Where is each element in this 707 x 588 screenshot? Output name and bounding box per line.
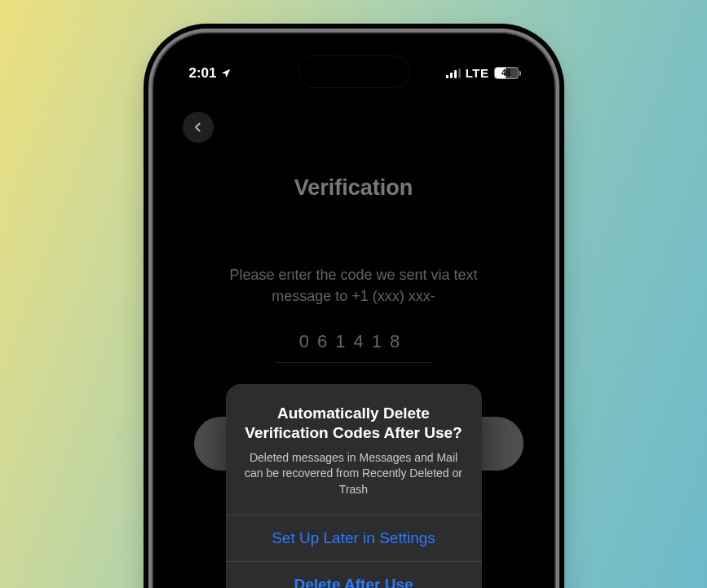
- delete-after-use-button[interactable]: Delete After Use: [226, 562, 482, 588]
- alert-sheet: Automatically Delete Verification Codes …: [226, 384, 482, 589]
- alert-header: Automatically Delete Verification Codes …: [226, 384, 482, 515]
- alert-title: Automatically Delete Verification Codes …: [244, 404, 464, 444]
- instruction-text: Please enter the code we sent via text m…: [194, 264, 514, 307]
- alert-subtitle: Deleted messages in Messages and Mail ca…: [244, 450, 464, 498]
- screen: 2:01 LTE 48 Verification: [165, 45, 543, 589]
- chevron-left-icon: [192, 122, 204, 133]
- set-up-later-button[interactable]: Set Up Later in Settings: [226, 515, 482, 561]
- dynamic-island: [298, 56, 409, 87]
- page-title: Verification: [194, 175, 514, 201]
- phone-frame: 2:01 LTE 48 Verification: [153, 33, 555, 589]
- cellular-icon: [446, 69, 461, 78]
- battery-icon: 48: [494, 67, 519, 79]
- network-label: LTE: [466, 66, 489, 80]
- location-icon: [220, 68, 232, 79]
- status-time: 2:01: [189, 65, 217, 82]
- code-input[interactable]: 061418: [276, 331, 431, 363]
- back-button[interactable]: [183, 112, 214, 143]
